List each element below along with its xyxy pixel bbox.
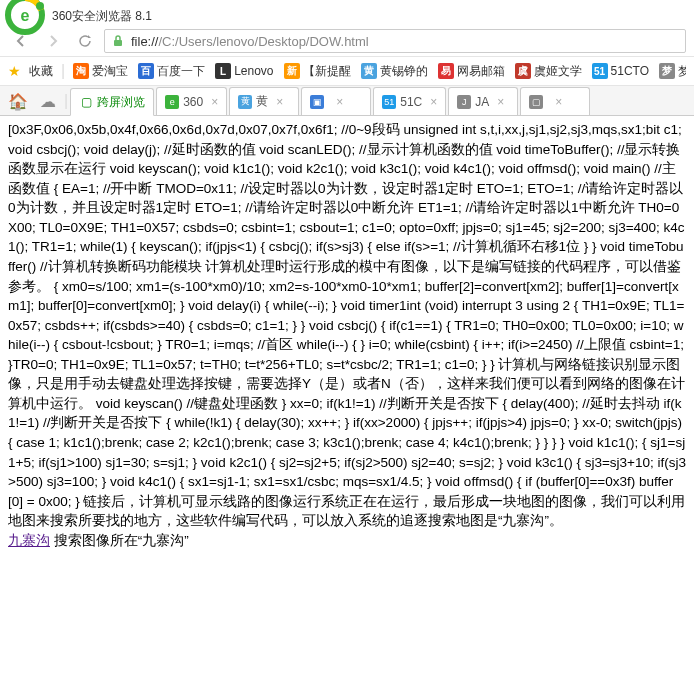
tab-3[interactable]: 5151C× bbox=[373, 87, 446, 115]
tail-text: 搜索图像所在“九寨沟” bbox=[50, 533, 189, 548]
tab-kuaping[interactable]: ▢ 跨屏浏览 bbox=[70, 88, 154, 116]
star-icon[interactable]: ★ bbox=[8, 63, 21, 79]
browser-logo-icon: e bbox=[4, 0, 46, 36]
svg-text:e: e bbox=[21, 7, 30, 24]
bookmark-2[interactable]: LLenovo bbox=[215, 63, 273, 80]
svg-point-1 bbox=[36, 2, 44, 10]
tab-1[interactable]: 黄黄× bbox=[229, 87, 299, 115]
tab-5[interactable]: ▢× bbox=[520, 87, 590, 115]
url-bar[interactable]: file:///C:/Users/lenovo/Desktop/DOW.html bbox=[104, 29, 686, 53]
jiuzhaigou-link[interactable]: 九寨沟 bbox=[8, 533, 50, 548]
tab-label: 跨屏浏览 bbox=[97, 94, 145, 111]
bookmark-7[interactable]: 5151CTO bbox=[592, 63, 649, 80]
page-content: [0x3F,0x06,0x5b,0x4f,0x66,0x6d,0x7d,0x07… bbox=[0, 116, 694, 687]
tab-4[interactable]: JJA× bbox=[448, 87, 518, 115]
tab-0[interactable]: e360× bbox=[156, 87, 227, 115]
url-text: file:///C:/Users/lenovo/Desktop/DOW.html bbox=[131, 34, 679, 49]
svg-rect-3 bbox=[114, 40, 122, 46]
bookmark-4[interactable]: 黄黄锡铮的 bbox=[361, 63, 428, 80]
window-title: 360安全浏览器 8.1 bbox=[52, 2, 152, 25]
bookmark-6[interactable]: 虞虞姬文学 bbox=[515, 63, 582, 80]
tab-bar: 🏠 ☁ | ▢ 跨屏浏览 e360×黄黄×▣×5151C×JJA×▢× bbox=[0, 86, 694, 116]
bookmark-8[interactable]: 梦梦 bbox=[659, 63, 686, 80]
refresh-button[interactable] bbox=[72, 30, 98, 52]
home-icon[interactable]: 🏠 bbox=[4, 87, 32, 115]
bookmark-3[interactable]: 新【新提醒 bbox=[284, 63, 351, 80]
favorites-label[interactable]: 收藏 bbox=[29, 63, 53, 80]
tab-2[interactable]: ▣× bbox=[301, 87, 371, 115]
screen-icon: ▢ bbox=[79, 95, 93, 109]
bookmark-5[interactable]: 易网易邮箱 bbox=[438, 63, 505, 80]
bookmark-1[interactable]: 百百度一下 bbox=[138, 63, 205, 80]
cloud-icon[interactable]: ☁ bbox=[34, 87, 62, 115]
lock-icon bbox=[111, 34, 125, 48]
bookmarks-bar: ★ 收藏 | 淘爱淘宝百百度一下LLenovo新【新提醒黄黄锡铮的易网易邮箱虞虞… bbox=[0, 56, 694, 86]
bookmark-0[interactable]: 淘爱淘宝 bbox=[73, 63, 128, 80]
